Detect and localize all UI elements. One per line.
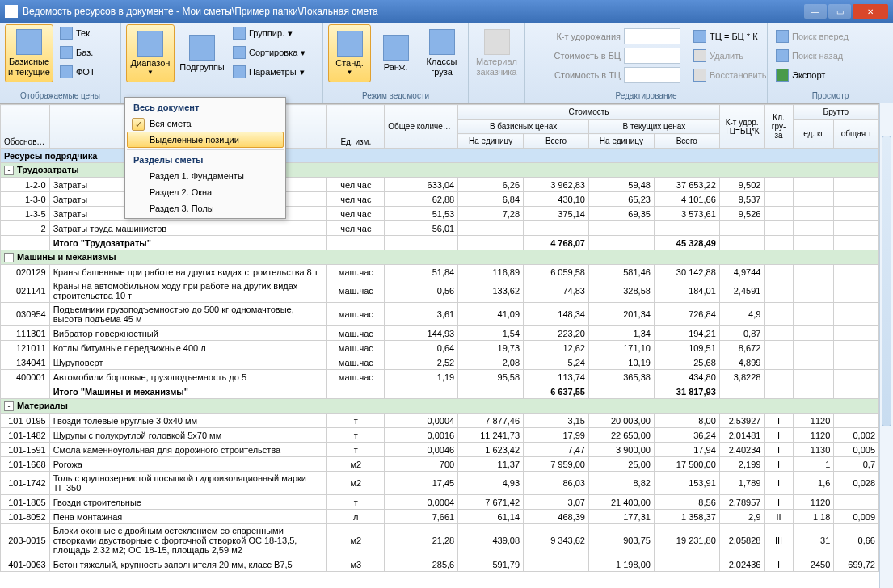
col-tek[interactable]: В текущих ценах xyxy=(588,120,719,134)
table-row[interactable]: 121011Котлы битумные передвижные 400 лма… xyxy=(1,341,879,355)
collapse-icon[interactable]: - xyxy=(4,253,14,262)
kud-input[interactable] xyxy=(624,28,680,44)
params-icon xyxy=(233,65,246,78)
maximize-button[interactable]: ▭ xyxy=(828,4,851,19)
total-row: Итого "Трудозатраты"4 768,0745 328,49 xyxy=(1,236,879,250)
table-row[interactable]: 111301Вибратор поверхностныймаш.час144,9… xyxy=(1,326,879,341)
sort-icon xyxy=(233,46,246,59)
col-naed1[interactable]: На единицу xyxy=(458,134,524,149)
formula-icon xyxy=(693,30,706,43)
price-icon xyxy=(60,65,73,78)
formula-button[interactable]: ТЦ = БЦ * К xyxy=(690,27,769,45)
close-button[interactable]: ✕ xyxy=(853,4,888,19)
col-obosn[interactable]: Обоснование xyxy=(1,105,50,149)
klass-button[interactable]: Классы груза xyxy=(420,24,463,82)
table-row[interactable]: 101-1668Рогожам270011,377 959,0025,0017 … xyxy=(1,457,879,472)
collapse-icon[interactable]: - xyxy=(4,166,14,175)
collapse-icon[interactable]: - xyxy=(4,401,14,411)
table-row[interactable]: 203-0015Блоки оконные с двойным остеклен… xyxy=(1,524,879,557)
diapazon-button[interactable]: Диапазон▼ xyxy=(126,24,175,82)
std-icon xyxy=(337,31,363,57)
ranzh-button[interactable]: Ранж. xyxy=(374,24,417,82)
material-button: Материал заказчика xyxy=(474,24,520,82)
group-label: Редактирование xyxy=(530,90,762,103)
col-obsht[interactable]: общая т xyxy=(834,120,879,149)
col-kol[interactable]: Общее количество xyxy=(385,105,458,149)
restore-icon xyxy=(693,69,706,82)
table-row[interactable]: 101-1482Шурупы с полукруглой головкой 5х… xyxy=(1,428,879,443)
stc-input[interactable] xyxy=(624,67,680,83)
export-button[interactable]: Экспорт xyxy=(773,66,852,84)
sbc-label: Стоимость в БЦ xyxy=(530,51,621,61)
range-icon xyxy=(137,31,163,57)
check-icon: ✓ xyxy=(132,118,145,131)
dd-item-r1[interactable]: Раздел 1. Фундаменты xyxy=(127,168,284,184)
price-icon xyxy=(60,27,73,40)
col-naed2[interactable]: На единицу xyxy=(588,134,654,149)
app-icon xyxy=(5,5,18,18)
group-icon xyxy=(233,27,246,40)
col-stoim[interactable]: Стоимость xyxy=(458,105,720,120)
group-row[interactable]: -Машины и механизмы xyxy=(1,250,879,265)
col-brutto[interactable]: Брутто xyxy=(793,105,878,120)
table-row[interactable]: 101-8052Пена монтажнаял7,66161,14468,391… xyxy=(1,510,879,524)
standard-button[interactable]: Станд.▼ xyxy=(328,24,371,82)
table-row[interactable]: 401-0063Бетон тяжелый, крупность заполни… xyxy=(1,557,879,572)
dd-item-r3[interactable]: Раздел 3. Полы xyxy=(127,200,284,216)
col-vsego1[interactable]: Всего xyxy=(524,134,589,149)
table-row[interactable]: 2Затраты труда машинистовчел.час56,01 xyxy=(1,221,879,236)
table-row[interactable]: 030954Подъемники грузоподъемностью до 50… xyxy=(1,303,879,326)
table-row[interactable]: 101-1742Толь с крупнозернистой посыпкой … xyxy=(1,472,879,495)
delete-button: Удалить xyxy=(690,47,769,65)
group-button[interactable]: Группир. ▾ xyxy=(230,24,309,42)
search-fwd-button[interactable]: Поиск вперед xyxy=(773,27,852,45)
sbc-input[interactable] xyxy=(624,48,680,64)
podgruppy-button[interactable]: Подгруппы xyxy=(178,24,226,82)
col-edkg[interactable]: ед. кг xyxy=(793,120,834,149)
group-label: Отображаемые цены xyxy=(5,90,116,103)
table-row[interactable]: 101-1805Гвозди строительныет0,00047 671,… xyxy=(1,495,879,510)
excel-icon xyxy=(776,69,789,82)
subgroup-icon xyxy=(189,35,215,61)
col-baz[interactable]: В базисных ценах xyxy=(458,120,589,134)
prices-base-current-button[interactable]: Базисные и текущие xyxy=(5,24,53,82)
sort-button[interactable]: Сортировка ▾ xyxy=(230,44,309,61)
search-icon xyxy=(776,49,789,62)
search-back-button[interactable]: Поиск назад xyxy=(773,47,852,65)
stc-label: Стоимость в ТЦ xyxy=(530,70,621,80)
col-vsego2[interactable]: Всего xyxy=(654,134,719,149)
fot-button[interactable]: ФОТ xyxy=(57,63,99,81)
vertical-scrollbar[interactable] xyxy=(879,103,893,588)
window-buttons: — ▭ ✕ xyxy=(804,4,888,19)
col-ed[interactable]: Ед. изм. xyxy=(327,105,385,149)
table-row[interactable]: 400001Автомобили бортовые, грузоподъемно… xyxy=(1,370,879,384)
dd-item-selected[interactable]: Выделенные позиции xyxy=(127,132,284,148)
rank-icon xyxy=(383,35,409,61)
dd-header: Разделы сметы xyxy=(127,152,284,168)
col-kl[interactable]: Кл. гру-за xyxy=(765,105,793,149)
titlebar: Ведомость ресурсов в документе - Мои сме… xyxy=(0,0,893,23)
baz-button[interactable]: Баз. xyxy=(57,44,99,61)
table-row[interactable]: 101-1591Смола каменноугольная для дорожн… xyxy=(1,443,879,457)
params-button[interactable]: Параметры ▾ xyxy=(230,63,309,81)
scrollbar-thumb[interactable] xyxy=(882,136,891,426)
table-row[interactable]: 020129Краны башенные при работе на други… xyxy=(1,265,879,279)
kud-label: К-т удорожания xyxy=(530,32,621,41)
group-label: Просмотр xyxy=(773,90,888,103)
ribbon: Базисные и текущие Тек. Баз. ФОТ Отображ… xyxy=(0,23,893,103)
minimize-button[interactable]: — xyxy=(804,4,827,19)
table-row[interactable]: 021141Краны на автомобильном ходу при ра… xyxy=(1,279,879,303)
group-row[interactable]: -Материалы xyxy=(1,399,879,414)
material-icon xyxy=(484,29,510,55)
dd-item-r2[interactable]: Раздел 2. Окна xyxy=(127,184,284,200)
dd-item-all[interactable]: ✓Вся смета xyxy=(127,116,284,132)
total-row: Итого "Машины и механизмы"6 637,5531 817… xyxy=(1,384,879,399)
price-icon xyxy=(60,46,73,59)
search-icon xyxy=(776,30,789,43)
diapazon-dropdown: Весь документ ✓Вся смета Выделенные пози… xyxy=(124,97,286,219)
col-kt[interactable]: К-т удор. ТЦ=БЦ*К xyxy=(719,105,765,149)
table-row[interactable]: 134041Шуруповертмаш.час2,522,085,2410,19… xyxy=(1,355,879,370)
table-row[interactable]: 101-0195Гвозди толевые круглые 3,0х40 мм… xyxy=(1,414,879,428)
tek-button[interactable]: Тек. xyxy=(57,24,99,42)
table-icon xyxy=(16,29,42,55)
